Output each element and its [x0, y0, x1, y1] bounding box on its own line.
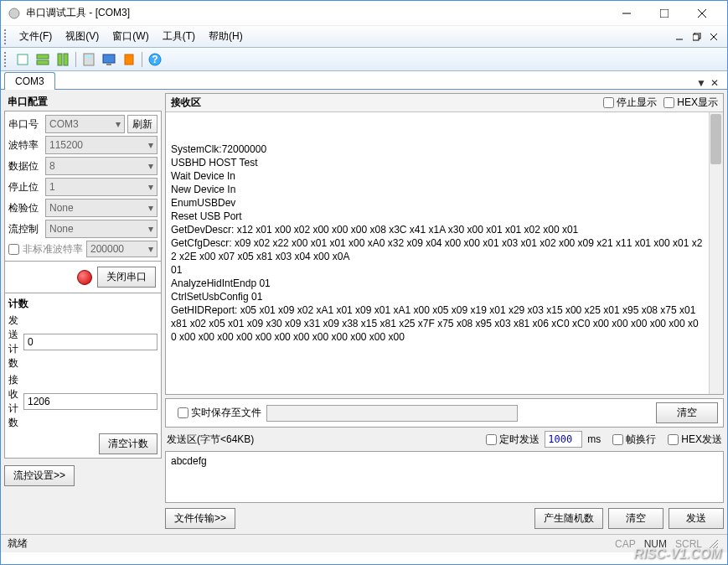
svg-rect-13 — [58, 54, 62, 65]
save-file-input[interactable] — [266, 405, 518, 422]
close-button[interactable] — [683, 2, 720, 25]
tab-com3[interactable]: COM3 — [4, 72, 55, 90]
toolbar-tile-v-icon[interactable] — [54, 50, 72, 69]
close-port-button[interactable]: 关闭串口 — [97, 267, 156, 288]
send-textarea[interactable]: abcdefg — [165, 451, 724, 503]
menu-help[interactable]: 帮助(H) — [202, 26, 250, 47]
databits-select[interactable]: 8 — [45, 157, 157, 175]
recv-scrollbar[interactable] — [709, 112, 723, 394]
frame-wrap-label: 帧换行 — [626, 433, 656, 447]
toolbar-monitor-icon[interactable] — [100, 50, 118, 69]
toolbar-help-icon[interactable]: ? — [146, 50, 164, 69]
recv-content: SystemClk:72000000 USBHD HOST Test Wait … — [171, 143, 718, 344]
send-count-label: 发送计数 — [8, 314, 23, 371]
flowctrl-value: None — [49, 223, 74, 235]
mdi-restore[interactable] — [690, 30, 704, 44]
send-title: 发送区(字节<64KB) — [167, 433, 254, 447]
port-value: COM3 — [49, 118, 79, 130]
baud-select[interactable]: 115200 — [45, 136, 157, 154]
file-transfer-button[interactable]: 文件传输>> — [165, 508, 235, 529]
recv-header: 接收区 停止显示 HEX显示 — [166, 94, 723, 112]
port-select[interactable]: COM3 — [45, 115, 125, 133]
recv-scroll-thumb[interactable] — [710, 114, 721, 164]
titlebar: 串口调试工具 - [COM3] — [1, 1, 727, 26]
databits-label: 数据位 — [8, 159, 45, 174]
maximize-button[interactable] — [645, 2, 683, 25]
flowctrl-label: 流控制 — [8, 222, 45, 236]
recv-count-input[interactable] — [23, 393, 157, 410]
svg-rect-2 — [660, 9, 669, 18]
hex-display-label: HEX显示 — [677, 96, 718, 110]
flow-settings-button[interactable]: 流控设置>> — [4, 465, 75, 486]
menu-window[interactable]: 窗口(W) — [106, 26, 155, 47]
nonstd-baud-checkbox[interactable] — [8, 244, 19, 255]
port-label: 串口号 — [8, 117, 45, 132]
ms-label: ms — [587, 433, 601, 445]
timed-send-label: 定时发送 — [499, 433, 540, 447]
hex-display-checkbox[interactable] — [663, 97, 674, 108]
svg-rect-12 — [37, 60, 49, 65]
menu-tools[interactable]: 工具(T) — [156, 26, 202, 47]
clear-count-button[interactable]: 清空计数 — [99, 433, 157, 454]
tab-close-icon[interactable]: ✕ — [709, 77, 720, 89]
config-title: 串口配置 — [4, 93, 162, 111]
mdi-minimize[interactable] — [674, 30, 687, 44]
nonstd-baud-label: 非标准波特率 — [23, 242, 83, 257]
send-count-input[interactable] — [23, 334, 157, 350]
svg-line-24 — [716, 547, 718, 548]
toolbar-calc-icon[interactable] — [80, 50, 98, 69]
clear-recv-button[interactable]: 清空 — [656, 402, 718, 423]
menubar-grip — [4, 29, 9, 44]
app-icon — [8, 7, 21, 20]
sidebar: 串口配置 串口号 COM3 刷新 波特率 115200 数据位 8 停止位 1 … — [4, 93, 162, 531]
stop-display-checkbox[interactable] — [603, 97, 614, 108]
toolbar-orange-icon[interactable] — [120, 50, 138, 69]
tab-dropdown-icon[interactable]: ▼ — [695, 77, 707, 89]
window-title: 串口调试工具 - [COM3] — [26, 6, 607, 20]
clear-send-button[interactable]: 清空 — [608, 508, 663, 529]
resize-grip-icon[interactable] — [707, 537, 720, 551]
toolbar-grip — [4, 52, 9, 67]
tabstrip: COM3 ▼ ✕ — [1, 71, 727, 90]
menu-file[interactable]: 文件(F) — [13, 26, 59, 47]
port-action-row: 关闭串口 — [4, 262, 162, 293]
toolbar-tile-h-icon[interactable] — [34, 50, 52, 69]
status-num: NUM — [644, 538, 667, 550]
interval-input[interactable] — [545, 431, 582, 448]
send-button[interactable]: 发送 — [669, 508, 724, 529]
svg-rect-14 — [64, 54, 68, 65]
toolbar: ? — [1, 48, 727, 71]
parity-label: 检验位 — [8, 201, 45, 215]
flowctrl-select[interactable]: None — [45, 220, 157, 238]
send-buttons-row: 文件传输>> 产生随机数 清空 发送 — [165, 506, 724, 531]
status-ready: 就绪 — [8, 536, 607, 551]
recv-count-label: 接收计数 — [8, 373, 23, 430]
parity-select[interactable]: None — [45, 199, 157, 217]
hex-send-label: HEX发送 — [681, 433, 722, 447]
toolbar-separator — [142, 52, 142, 67]
random-button[interactable]: 产生随机数 — [534, 508, 603, 529]
toolbar-new-icon[interactable] — [13, 50, 32, 69]
toolbar-separator — [75, 52, 76, 67]
svg-rect-18 — [106, 64, 111, 65]
save-row: 实时保存至文件 清空 — [165, 398, 724, 428]
frame-wrap-checkbox[interactable] — [612, 434, 623, 445]
mdi-close[interactable] — [707, 30, 720, 44]
stop-display-label: 停止显示 — [617, 96, 657, 110]
nonstd-baud-input[interactable]: 200000 — [86, 241, 157, 257]
minimize-button[interactable] — [607, 2, 645, 25]
parity-value: None — [49, 202, 74, 214]
stopbits-select[interactable]: 1 — [45, 178, 157, 196]
svg-text:?: ? — [152, 54, 157, 65]
timed-send-checkbox[interactable] — [486, 434, 497, 445]
stopbits-label: 停止位 — [8, 180, 45, 194]
status-cap: CAP — [615, 538, 636, 550]
svg-rect-19 — [125, 54, 133, 65]
port-status-indicator — [77, 270, 92, 285]
refresh-button[interactable]: 刷新 — [127, 115, 157, 133]
menu-view[interactable]: 视图(V) — [59, 26, 106, 47]
svg-rect-11 — [37, 54, 49, 59]
hex-send-checkbox[interactable] — [668, 434, 679, 445]
realtime-save-checkbox[interactable] — [178, 407, 188, 418]
recv-textarea[interactable]: SystemClk:72000000 USBHD HOST Test Wait … — [166, 112, 723, 394]
